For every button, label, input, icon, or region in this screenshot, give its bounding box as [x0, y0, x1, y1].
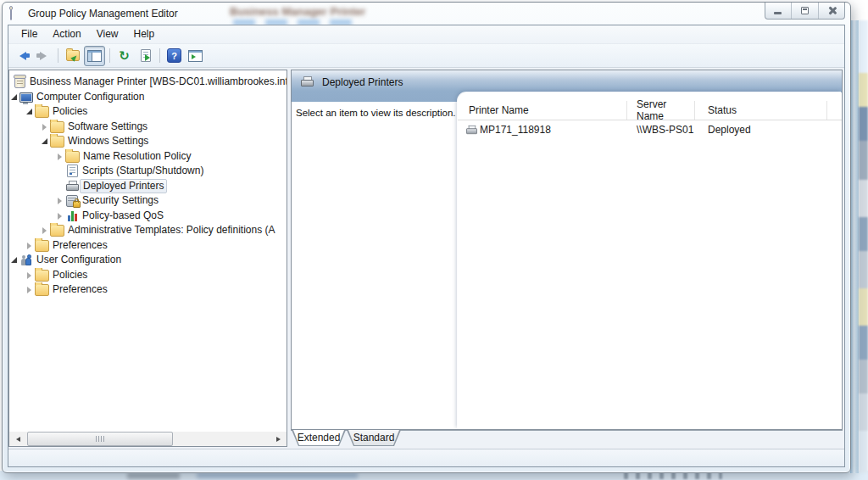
tree-item-security-settings[interactable]: Security Settings [9, 193, 287, 209]
scroll-left-button[interactable] [9, 432, 24, 446]
tree-item-administrative-templates[interactable]: Administrative Templates: Policy definit… [9, 223, 287, 238]
expander-collapsed-icon[interactable] [25, 282, 35, 297]
folder-icon [35, 283, 49, 296]
back-icon [15, 52, 30, 60]
tree-item-name-resolution-policy[interactable]: Name Resolution Policy [9, 149, 287, 165]
status-bar [8, 449, 844, 466]
help-button[interactable]: ? [164, 47, 184, 65]
folder-icon [35, 105, 49, 118]
expander-expanded-icon[interactable] [9, 253, 19, 267]
client-area: File Action View Help [8, 25, 845, 467]
menu-help[interactable]: Help [126, 25, 163, 43]
refresh-icon: ↻ [119, 49, 130, 62]
tree-item-scripts[interactable]: Scripts (Startup/Shutdown) [9, 164, 287, 179]
results-list-panel: Printer Name Server Name Status MP171_11… [458, 92, 842, 429]
taskpad-title: Deployed Printers [322, 75, 403, 89]
expander-collapsed-icon[interactable] [55, 149, 65, 164]
status-cell: Deployed [695, 124, 827, 136]
forward-button[interactable] [34, 47, 53, 65]
toolbar-separator [159, 48, 160, 63]
list-column-headers: Printer Name Server Name Status [458, 101, 842, 120]
column-header-status[interactable]: Status [695, 101, 827, 120]
tree-item-preferences[interactable]: Preferences [9, 238, 287, 254]
user-icon [19, 254, 33, 266]
close-icon [832, 6, 833, 15]
toolbar: ↻ ? [8, 44, 844, 68]
minimize-icon [774, 12, 782, 14]
console-tree-icon [87, 50, 102, 62]
qos-chart-icon [65, 210, 79, 221]
column-header-server-name[interactable]: Server Name [627, 101, 695, 120]
up-one-level-button[interactable] [63, 47, 82, 65]
expander-collapsed-icon[interactable] [55, 193, 65, 208]
tab-standard[interactable]: Standard [347, 430, 401, 446]
tree-item-policies[interactable]: Policies [9, 104, 287, 120]
back-button[interactable] [13, 47, 32, 65]
console-tree-pane: Business Manager Printer [WBS-DC01.willi… [8, 70, 287, 447]
expander-placeholder [55, 179, 65, 193]
tree-item-user-preferences[interactable]: Preferences [9, 282, 287, 298]
background-blur-blocks [859, 20, 868, 473]
folder-icon [65, 150, 80, 163]
scrollbar-thumb[interactable] [27, 432, 173, 446]
tree-view: Business Manager Printer [WBS-DC01.willi… [9, 70, 287, 432]
folder-icon [50, 135, 64, 148]
table-row[interactable]: MP171_118918 \\WBS-PS01 Deployed [458, 120, 842, 138]
restore-button[interactable] [792, 3, 818, 19]
up-one-level-icon [66, 50, 80, 61]
forward-icon [36, 52, 51, 60]
group-policy-editor-window: Business Manager Printer Group Policy Ma… [2, 2, 851, 473]
tree-item-policy-based-qos[interactable]: Policy-based QoS [9, 209, 287, 224]
gpo-icon [13, 75, 26, 88]
expander-collapsed-icon[interactable] [40, 120, 50, 134]
gpo-window-icon [10, 7, 12, 20]
column-header-printer-name[interactable]: Printer Name [458, 101, 627, 120]
menu-action[interactable]: Action [45, 25, 88, 43]
tree-item-gpo-root[interactable]: Business Manager Printer [WBS-DC01.willi… [9, 75, 287, 90]
aero-glass-edge [850, 20, 859, 473]
tab-extended[interactable]: Extended [292, 430, 346, 446]
show-hide-action-pane-button[interactable] [186, 47, 205, 65]
printer-name-cell: MP171_118918 [458, 124, 627, 136]
tree-item-windows-settings[interactable]: Windows Settings [9, 134, 287, 149]
horizontal-scrollbar[interactable] [9, 432, 287, 446]
show-hide-console-tree-button[interactable] [84, 46, 105, 66]
restore-icon [801, 7, 809, 14]
refresh-button[interactable]: ↻ [114, 47, 134, 65]
background-window-right-strip [850, 20, 868, 473]
security-icon [65, 194, 79, 207]
tree-item-user-configuration[interactable]: User Configuration [9, 253, 287, 268]
expander-collapsed-icon[interactable] [40, 223, 50, 237]
menu-view[interactable]: View [89, 25, 126, 43]
console-content: Business Manager Printer [WBS-DC01.willi… [8, 68, 844, 449]
expander-collapsed-icon[interactable] [25, 268, 35, 282]
item-description-text: Select an item to view its description. [296, 108, 456, 118]
scroll-right-button[interactable] [272, 432, 287, 446]
taskpad-view: Deployed Printers Select an item to view… [291, 70, 843, 430]
scroll-right-icon [276, 437, 283, 442]
tree-item-computer-configuration[interactable]: Computer Configuration [9, 90, 287, 105]
expander-expanded-icon[interactable] [40, 134, 50, 148]
expander-collapsed-icon[interactable] [25, 238, 35, 253]
results-pane: Deployed Printers Select an item to view… [291, 70, 843, 447]
expander-expanded-icon[interactable] [25, 104, 35, 119]
folder-icon [35, 239, 49, 252]
export-list-button[interactable] [136, 47, 155, 65]
folder-icon [35, 269, 49, 282]
close-button[interactable] [819, 3, 844, 19]
expander-collapsed-icon[interactable] [55, 209, 65, 223]
export-list-icon [141, 49, 151, 62]
toolbar-separator [109, 48, 110, 63]
minimize-button[interactable] [765, 3, 792, 19]
folder-icon [50, 224, 64, 237]
column-header-blank [827, 101, 842, 120]
toolbar-separator [58, 48, 58, 63]
tree-item-deployed-printers[interactable]: Deployed Printers [9, 179, 287, 194]
expander-expanded-icon[interactable] [9, 90, 19, 104]
tree-item-user-policies[interactable]: Policies [9, 268, 287, 283]
menu-file[interactable]: File [14, 25, 45, 43]
menu-bar: File Action View Help [8, 25, 844, 44]
tree-item-software-settings[interactable]: Software Settings [9, 120, 287, 135]
title-bar[interactable]: Business Manager Printer Group Policy Ma… [3, 3, 850, 25]
window-controls [765, 3, 845, 20]
